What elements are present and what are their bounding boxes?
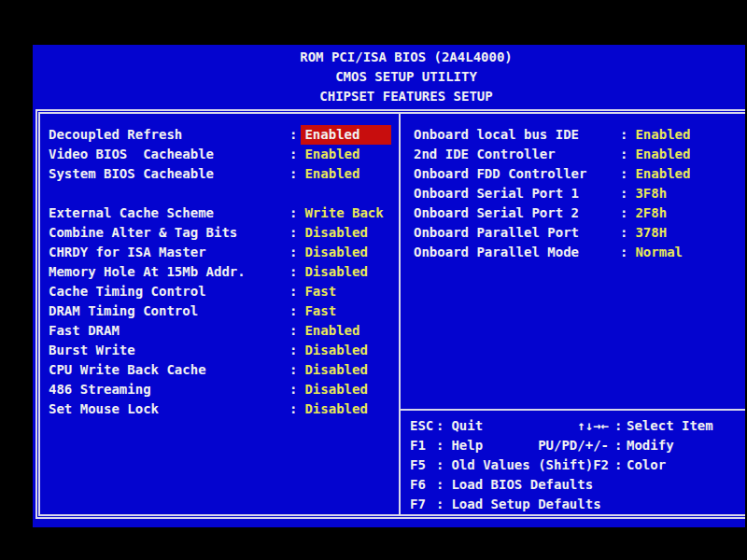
setting-label: External Cache Scheme: [49, 203, 289, 223]
help-panel: ESC:Quit↑↓→←:Select ItemF1:HelpPU/PD/+/-…: [410, 416, 742, 514]
setting-value[interactable]: Write Back: [304, 205, 383, 220]
setting-value[interactable]: 2F8h: [635, 205, 667, 220]
separator-colon: :: [614, 455, 622, 475]
separator-colon: :: [289, 145, 297, 164]
separator-colon: :: [614, 416, 622, 436]
help-row: F6:Load BIOS Defaults: [410, 475, 742, 495]
help-row: ESC:Quit↑↓→←:Select Item: [410, 416, 742, 436]
setting-value[interactable]: Enabled: [304, 147, 359, 161]
monitor-background: ROM PCI/ISA BIOS (2A4L4000) CMOS SETUP U…: [0, 0, 747, 560]
help-action: Color: [627, 455, 666, 475]
setting-value[interactable]: Disabled: [304, 382, 367, 397]
setting-row[interactable]: Video BIOS Cacheable:Enabled: [49, 145, 399, 164]
setting-value[interactable]: 3F8h: [635, 186, 667, 201]
separator-colon: :: [620, 243, 627, 262]
setting-value[interactable]: Disabled: [304, 225, 367, 240]
setting-row[interactable]: System BIOS Cacheable:Enabled: [49, 164, 399, 184]
separator-colon: :: [436, 475, 444, 495]
setting-value[interactable]: 378H: [635, 225, 667, 240]
setting-row[interactable]: Onboard Parallel Mode:Normal: [414, 243, 740, 262]
setting-row[interactable]: 486 Streaming:Disabled: [49, 380, 399, 399]
setting-label: Video BIOS Cacheable: [49, 145, 289, 164]
separator-colon: :: [289, 203, 297, 223]
setting-value[interactable]: Disabled: [304, 245, 367, 259]
setting-value[interactable]: Disabled: [304, 264, 367, 279]
setting-row[interactable]: CHRDY for ISA Master:Disabled: [49, 243, 399, 262]
help-action: Load Setup Defaults: [451, 497, 600, 511]
separator-colon: :: [436, 455, 444, 475]
setting-value-selected[interactable]: Enabled: [301, 125, 391, 145]
blank-row: [49, 184, 399, 203]
separator-colon: :: [289, 223, 297, 243]
setting-value[interactable]: Disabled: [304, 401, 367, 416]
setting-row[interactable]: DRAM Timing Control:Fast: [49, 301, 399, 321]
separator-colon: :: [289, 399, 297, 419]
separator-colon: :: [620, 145, 627, 164]
separator-colon: :: [289, 164, 297, 184]
setting-label: Cache Timing Control: [49, 282, 289, 301]
setting-row[interactable]: Memory Hole At 15Mb Addr.:Disabled: [49, 262, 399, 282]
setting-value[interactable]: Enabled: [304, 323, 359, 338]
separator-colon: :: [289, 262, 297, 282]
help-divider: [401, 409, 745, 411]
help-key: F6: [410, 475, 436, 495]
separator-colon: :: [289, 380, 297, 399]
setting-row[interactable]: Onboard Serial Port 1:3F8h: [414, 184, 740, 203]
setting-row[interactable]: Onboard FDD Controller:Enabled: [414, 164, 740, 184]
setting-row[interactable]: Decoupled Refresh:Enabled: [49, 125, 399, 145]
separator-colon: :: [289, 360, 297, 380]
setting-row[interactable]: Set Mouse Lock:Disabled: [49, 399, 399, 419]
separator-colon: :: [620, 125, 627, 145]
setting-value[interactable]: Disabled: [304, 362, 367, 377]
setting-row[interactable]: 2nd IDE Controller:Enabled: [414, 145, 740, 164]
setting-label: Set Mouse Lock: [49, 399, 289, 419]
setting-label: 486 Streaming: [49, 380, 289, 399]
setting-row[interactable]: Combine Alter & Tag Bits:Disabled: [49, 223, 399, 243]
setting-label: Decoupled Refresh: [49, 125, 289, 145]
setting-label: Onboard FDD Controller: [414, 164, 620, 184]
setting-value[interactable]: Normal: [635, 245, 683, 259]
setting-row[interactable]: Onboard local bus IDE:Enabled: [414, 125, 740, 145]
setting-row[interactable]: External Cache Scheme:Write Back: [49, 203, 399, 223]
column-divider: [399, 114, 401, 514]
help-action: Help: [451, 438, 483, 453]
setting-label: Onboard Serial Port 2: [414, 203, 620, 223]
setting-value[interactable]: Fast: [304, 284, 336, 299]
setting-label: DRAM Timing Control: [49, 301, 289, 321]
separator-colon: :: [289, 321, 297, 341]
settings-column-left: Decoupled Refresh:EnabledVideo BIOS Cach…: [49, 125, 399, 419]
setting-row[interactable]: Fast DRAM:Enabled: [49, 321, 399, 341]
setting-label: Onboard Parallel Mode: [414, 243, 620, 262]
utility-title: CMOS SETUP UTILITY: [67, 67, 745, 87]
setting-row[interactable]: Cache Timing Control:Fast: [49, 282, 399, 301]
setting-value[interactable]: Enabled: [635, 127, 690, 142]
setting-row[interactable]: CPU Write Back Cache:Disabled: [49, 360, 399, 380]
setting-row[interactable]: Onboard Parallel Port:378H: [414, 223, 740, 243]
setting-value[interactable]: Enabled: [304, 166, 359, 181]
help-row: F1:HelpPU/PD/+/-:Modify: [410, 436, 742, 455]
help-action: Select Item: [627, 416, 713, 436]
bios-header: ROM PCI/ISA BIOS (2A4L4000) CMOS SETUP U…: [33, 48, 745, 106]
setting-label: System BIOS Cacheable: [49, 164, 289, 184]
help-action: Load BIOS Defaults: [451, 477, 593, 492]
setting-row[interactable]: Onboard Serial Port 2:2F8h: [414, 203, 740, 223]
page-title: CHIPSET FEATURES SETUP: [67, 87, 745, 106]
setting-value[interactable]: Disabled: [304, 343, 367, 357]
setting-value[interactable]: Enabled: [635, 147, 690, 161]
setting-label: Onboard Serial Port 1: [414, 184, 620, 203]
help-action: Quit: [451, 418, 483, 433]
separator-colon: :: [289, 125, 297, 145]
setting-row[interactable]: Burst Write:Disabled: [49, 341, 399, 360]
separator-colon: :: [436, 495, 444, 514]
separator-colon: :: [620, 223, 627, 243]
help-key: PU/PD/+/-: [514, 436, 609, 455]
setting-label: CPU Write Back Cache: [49, 360, 289, 380]
setting-value[interactable]: Enabled: [635, 166, 690, 181]
bios-title: ROM PCI/ISA BIOS (2A4L4000): [67, 48, 745, 67]
help-key: (Shift)F2: [514, 455, 609, 475]
setting-value[interactable]: Fast: [304, 303, 336, 318]
help-key: F1: [410, 436, 436, 455]
help-key: F7: [410, 495, 436, 514]
setting-label: 2nd IDE Controller: [414, 145, 620, 164]
separator-colon: :: [620, 164, 627, 184]
